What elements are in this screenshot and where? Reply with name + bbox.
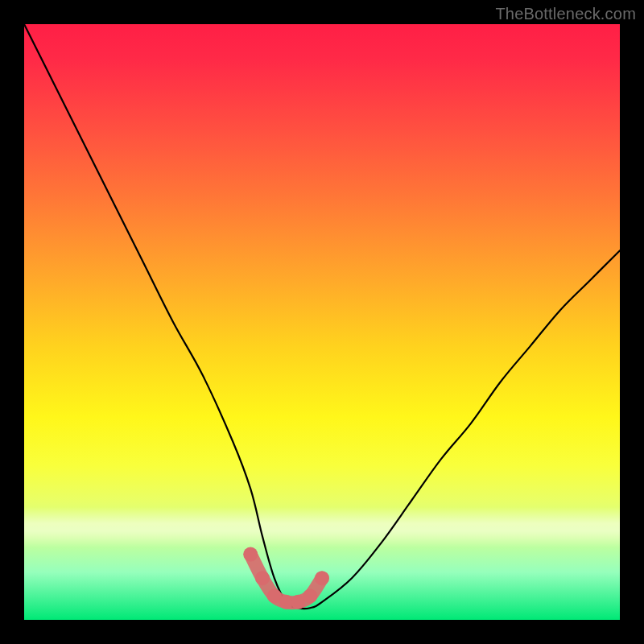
optimal-range-dots xyxy=(243,547,329,609)
highlight-dot xyxy=(315,571,329,585)
highlight-dot xyxy=(255,571,270,585)
plot-area xyxy=(24,24,620,620)
bottleneck-curve-line xyxy=(24,24,620,609)
watermark-text: TheBottleneck.com xyxy=(495,5,636,23)
highlight-dot xyxy=(303,588,317,603)
curve-layer xyxy=(24,24,620,620)
chart-stage: TheBottleneck.com xyxy=(0,0,644,644)
highlight-dot xyxy=(243,547,258,562)
